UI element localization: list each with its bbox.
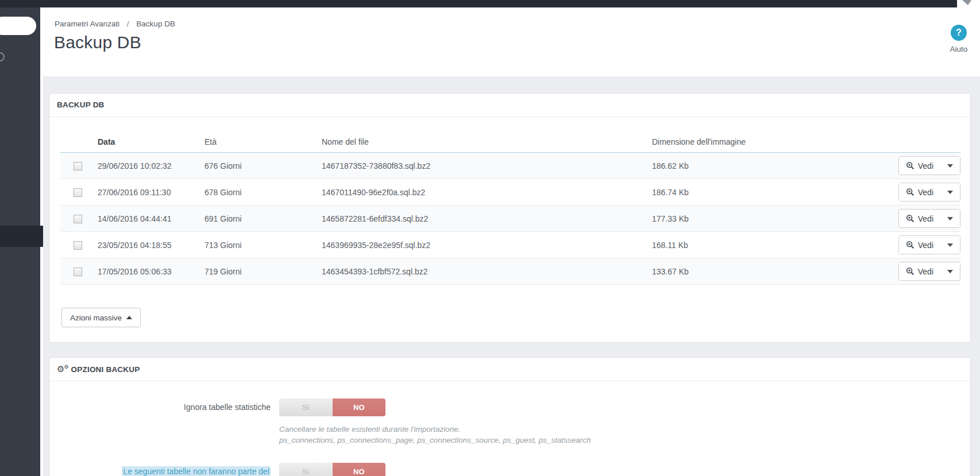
gears-icon: ⚙⚙ (57, 358, 65, 381)
view-button-label: Vedi (918, 188, 933, 197)
filename-cell: 1467011490-96e2f0a.sql.bz2 (316, 179, 646, 206)
breadcrumb-parent[interactable]: Parametri Avanzati (55, 20, 119, 28)
zoom-in-icon (906, 188, 915, 196)
help-button[interactable]: ? Aiuto (941, 25, 977, 53)
form-row-excluded-tables: Le seguenti tabelle non faranno parte de… (61, 463, 959, 476)
sidebar-item-active[interactable] (0, 226, 43, 247)
date-cell: 23/05/2016 04:18:55 (92, 232, 199, 258)
sidebar-circle-icon (0, 52, 5, 61)
help-line-1: Cancellare le tabelle esistenti durante … (279, 424, 959, 435)
size-cell: 186.74 Kb (646, 179, 888, 206)
backup-panel-heading: BACKUP DB (49, 94, 970, 117)
filename-cell: 1467187352-73880f83.sql.bz2 (316, 153, 646, 179)
size-cell: 186.62 Kb (646, 153, 888, 179)
view-button-group: Vedi (898, 235, 960, 254)
main-content: BACKUP DB Data Età Nome del file Dimensi… (40, 76, 980, 476)
ignore-stats-label: Ignora tabelle statistiche (61, 398, 279, 416)
row-checkbox[interactable] (74, 241, 82, 250)
date-cell: 14/06/2016 04:44:41 (92, 206, 199, 232)
view-button-group: Vedi (898, 183, 960, 202)
column-header-actions (888, 131, 960, 153)
bulk-actions-label: Azioni massive (70, 314, 122, 322)
actions-cell: Vedi (888, 206, 960, 232)
sidebar-search-input[interactable] (0, 17, 36, 35)
toggle-no-option[interactable]: NO (333, 463, 386, 476)
view-button[interactable]: Vedi (899, 262, 940, 280)
breadcrumb-separator: / (122, 20, 134, 28)
size-cell: 177.33 Kb (646, 206, 888, 232)
zoom-in-icon (906, 241, 915, 249)
breadcrumb: Parametri Avanzati / Backup DB (55, 20, 175, 28)
view-button-label: Vedi (918, 241, 933, 250)
age-cell: 713 Giorni (199, 232, 316, 258)
ignore-stats-toggle: Sì NO (279, 398, 385, 416)
backup-table: Data Età Nome del file Dimensione dell'i… (60, 131, 960, 285)
age-cell: 719 Giorni (199, 258, 316, 285)
row-checkbox[interactable] (74, 162, 82, 171)
view-button[interactable]: Vedi (899, 183, 940, 201)
view-dropdown-toggle[interactable] (940, 210, 960, 227)
caret-up-icon (126, 316, 132, 319)
options-panel-heading: ⚙⚙ OPZIONI BACKUP (49, 358, 970, 381)
view-dropdown-toggle[interactable] (940, 183, 960, 201)
size-cell: 168.11 Kb (646, 232, 888, 258)
bulk-actions-button[interactable]: Azioni massive (61, 308, 141, 327)
toggle-yes-option[interactable]: Sì (279, 398, 333, 416)
excluded-tables-label: Le seguenti tabelle non faranno parte de… (61, 463, 279, 476)
page-title: Backup DB (54, 33, 141, 52)
sidebar (0, 7, 40, 476)
options-form: Ignora tabelle statistiche Sì NO Cancell… (49, 398, 970, 476)
actions-cell: Vedi (888, 258, 960, 285)
filename-cell: 1463969935-28e2e95f.sql.bz2 (316, 232, 646, 258)
age-cell: 691 Giorni (199, 206, 316, 232)
view-dropdown-toggle[interactable] (940, 262, 960, 280)
row-checkbox[interactable] (74, 268, 82, 276)
view-button[interactable]: Vedi (899, 236, 940, 254)
checkbox-cell (60, 153, 92, 179)
size-cell: 133.67 Kb (646, 258, 888, 285)
backup-options-panel: ⚙⚙ OPZIONI BACKUP Ignora tabelle statist… (49, 357, 971, 476)
header-checkbox-cell (60, 131, 92, 153)
excluded-tables-toggle: Sì NO (279, 463, 385, 476)
topbar (0, 0, 980, 7)
view-dropdown-toggle[interactable] (940, 157, 960, 175)
form-row-ignore-stats: Ignora tabelle statistiche Sì NO (61, 398, 959, 416)
view-button-label: Vedi (918, 214, 933, 223)
ignore-stats-help: Cancellare le tabelle esistenti durante … (279, 424, 959, 446)
zoom-in-icon (906, 267, 915, 276)
toggle-yes-option[interactable]: Sì (279, 463, 333, 476)
date-cell: 17/05/2016 05:06:33 (92, 258, 199, 285)
actions-cell: Vedi (888, 153, 960, 179)
row-checkbox[interactable] (74, 215, 82, 223)
content-header: Parametri Avanzati / Backup DB Backup DB… (40, 7, 980, 76)
view-button-group: Vedi (898, 156, 960, 175)
backup-table-body: 29/06/2016 10:02:32 676 Giorni 146718735… (60, 153, 960, 285)
options-panel-title: OPZIONI BACKUP (71, 365, 140, 374)
checkbox-cell (60, 206, 92, 232)
toggle-no-option[interactable]: NO (333, 398, 386, 416)
zoom-in-icon (906, 161, 915, 170)
excluded-tables-label-text: Le seguenti tabelle non faranno parte de… (122, 466, 271, 476)
view-button-group: Vedi (898, 209, 960, 228)
column-header-size: Dimensione dell'immagine (646, 131, 888, 153)
view-button-label: Vedi (918, 161, 933, 171)
view-button[interactable]: Vedi (899, 210, 940, 227)
table-row: 27/06/2016 09:11:30 678 Giorni 146701149… (60, 179, 960, 206)
checkbox-cell (60, 258, 92, 285)
caret-down-icon (947, 243, 953, 247)
row-checkbox[interactable] (74, 188, 82, 197)
help-line-2: ps_connections, ps_connections_page, ps_… (279, 435, 959, 446)
actions-cell: Vedi (888, 179, 960, 206)
date-cell: 29/06/2016 10:02:32 (92, 153, 199, 179)
column-header-age: Età (199, 131, 316, 153)
caret-down-icon (947, 164, 953, 168)
view-dropdown-toggle[interactable] (940, 236, 960, 254)
table-row: 23/05/2016 04:18:55 713 Giorni 146396993… (60, 232, 960, 258)
checkbox-cell (60, 179, 92, 206)
age-cell: 678 Giorni (199, 179, 316, 206)
breadcrumb-current[interactable]: Backup DB (136, 20, 175, 28)
checkbox-cell (60, 232, 92, 258)
view-button-label: Vedi (918, 267, 933, 276)
filename-cell: 1465872281-6efdf334.sql.bz2 (316, 206, 646, 232)
view-button[interactable]: Vedi (899, 157, 940, 175)
